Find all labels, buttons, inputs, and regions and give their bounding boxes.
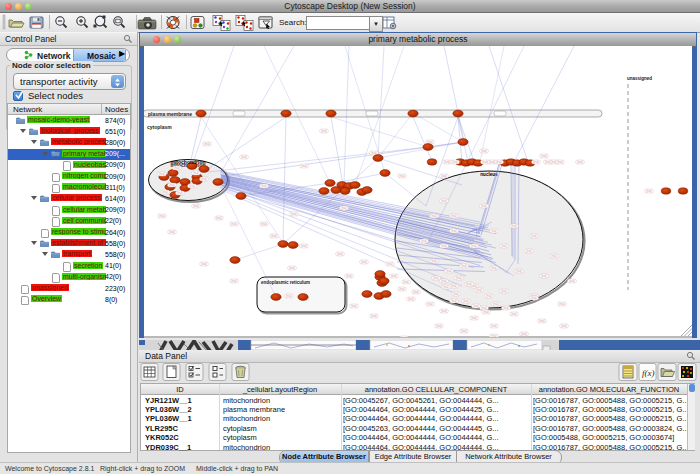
svg-text:(n a): (n a) — [511, 312, 516, 316]
svg-text:(n a): (n a) — [421, 239, 426, 243]
svg-text:(n a): (n a) — [646, 189, 651, 193]
svg-text:(n a): (n a) — [159, 172, 164, 176]
svg-text:(n a): (n a) — [189, 184, 194, 188]
svg-text:(n a): (n a) — [533, 160, 538, 164]
svg-text:(n a): (n a) — [341, 206, 346, 210]
svg-text:(n a): (n a) — [441, 279, 446, 283]
svg-text:(n a): (n a) — [193, 171, 198, 175]
svg-text:(n a): (n a) — [301, 244, 306, 248]
svg-text:(n a): (n a) — [561, 324, 566, 328]
svg-text:(n a): (n a) — [501, 289, 506, 293]
svg-text:(n a): (n a) — [451, 299, 456, 303]
svg-text:(n a): (n a) — [346, 274, 351, 278]
svg-text:(n a): (n a) — [159, 214, 164, 218]
svg-text:(n a): (n a) — [452, 160, 457, 164]
svg-text:(n a): (n a) — [427, 302, 432, 306]
svg-text:(n a): (n a) — [541, 154, 546, 158]
svg-text:(n a): (n a) — [241, 155, 246, 159]
svg-text:(n a): (n a) — [201, 262, 206, 266]
svg-text:(n a): (n a) — [473, 304, 478, 308]
svg-text:(n a): (n a) — [569, 279, 574, 283]
svg-text:(n a): (n a) — [451, 214, 456, 218]
svg-text:plasma membrane: plasma membrane — [148, 111, 192, 117]
svg-text:(n a): (n a) — [387, 262, 392, 266]
svg-text:(n a): (n a) — [503, 306, 508, 310]
svg-text:(n a): (n a) — [169, 183, 174, 187]
svg-text:unassigned: unassigned — [627, 76, 652, 81]
svg-text:(n a): (n a) — [286, 294, 291, 298]
svg-text:(n a): (n a) — [526, 249, 531, 253]
svg-text:(n a): (n a) — [559, 302, 564, 306]
svg-text:(n a): (n a) — [481, 306, 486, 310]
svg-text:(n a): (n a) — [399, 174, 404, 178]
svg-text:(n a): (n a) — [451, 284, 456, 288]
svg-text:(n a): (n a) — [491, 266, 496, 270]
svg-text:(n a): (n a) — [321, 129, 326, 133]
svg-text:(n a): (n a) — [204, 142, 209, 146]
svg-text:(n a): (n a) — [261, 184, 266, 188]
svg-text:(n a): (n a) — [453, 292, 458, 296]
svg-text:(n a): (n a) — [162, 190, 167, 194]
svg-text:f(x): f(x) — [642, 368, 655, 378]
svg-text:(n a): (n a) — [481, 149, 486, 153]
svg-text:(n a): (n a) — [177, 191, 182, 195]
svg-text:(n a): (n a) — [531, 234, 536, 238]
svg-text:(n a): (n a) — [441, 199, 446, 203]
svg-text:(n a): (n a) — [371, 314, 376, 318]
svg-text:(n a): (n a) — [493, 302, 498, 306]
svg-text:mitochondrion: mitochondrion — [171, 159, 206, 165]
svg-text:(n a): (n a) — [201, 177, 206, 181]
svg-text:(n a): (n a) — [436, 324, 441, 328]
svg-text:(n a): (n a) — [491, 229, 496, 233]
svg-text:(n a): (n a) — [531, 296, 536, 300]
svg-text:(n a): (n a) — [289, 266, 294, 270]
svg-text:(n a): (n a) — [541, 274, 546, 278]
svg-text:(n a): (n a) — [496, 160, 501, 164]
svg-text:(n a): (n a) — [461, 264, 466, 268]
svg-text:(n a): (n a) — [291, 212, 296, 216]
svg-text:(n a): (n a) — [337, 252, 342, 256]
svg-text:(n a): (n a) — [431, 214, 436, 218]
svg-text:(n a): (n a) — [491, 324, 496, 328]
svg-text:(n a): (n a) — [403, 280, 408, 284]
svg-text:(n a): (n a) — [483, 310, 488, 314]
svg-text:(n a): (n a) — [443, 285, 448, 289]
svg-text:(n a): (n a) — [557, 160, 562, 164]
svg-text:(n a): (n a) — [371, 151, 376, 155]
svg-text:(n a): (n a) — [471, 244, 476, 248]
svg-text:(n a): (n a) — [491, 334, 496, 337]
svg-text:(n a): (n a) — [486, 294, 491, 298]
svg-text:(n a): (n a) — [301, 164, 306, 168]
svg-text:(n a): (n a) — [521, 332, 526, 336]
svg-text:(n a): (n a) — [351, 304, 356, 308]
svg-text:(n a): (n a) — [391, 274, 396, 278]
svg-text:(n a): (n a) — [441, 174, 446, 178]
svg-text:(n a): (n a) — [361, 260, 366, 264]
svg-text:(n a): (n a) — [231, 279, 236, 283]
svg-text:(n a): (n a) — [441, 244, 446, 248]
svg-text:(n a): (n a) — [444, 160, 449, 164]
svg-text:(n a): (n a) — [489, 160, 494, 164]
svg-text:(n a): (n a) — [463, 299, 468, 303]
svg-text:(n a): (n a) — [501, 244, 506, 248]
svg-text:cytoplasm: cytoplasm — [147, 124, 172, 130]
svg-text:(n a): (n a) — [408, 297, 413, 301]
svg-text:(n a): (n a) — [271, 234, 276, 238]
svg-text:(n a): (n a) — [456, 276, 461, 280]
svg-text:(n a): (n a) — [431, 259, 436, 263]
svg-text:(n a): (n a) — [466, 282, 471, 286]
svg-text:(n a): (n a) — [231, 222, 236, 226]
svg-text:(n a): (n a) — [481, 204, 486, 208]
svg-text:(n a): (n a) — [216, 216, 221, 220]
svg-text:(n a): (n a) — [174, 166, 179, 170]
svg-text:(n a): (n a) — [413, 290, 418, 294]
svg-text:(n a): (n a) — [476, 288, 481, 292]
svg-text:(n a): (n a) — [577, 160, 582, 164]
svg-text:(n a): (n a) — [446, 269, 451, 273]
svg-text:(n a): (n a) — [433, 276, 438, 280]
svg-text:(n a): (n a) — [399, 287, 404, 291]
svg-text:(n a): (n a) — [539, 319, 544, 323]
svg-text:(n a): (n a) — [169, 230, 174, 234]
svg-text:(n a): (n a) — [471, 316, 476, 320]
svg-text:(n a): (n a) — [401, 336, 406, 337]
